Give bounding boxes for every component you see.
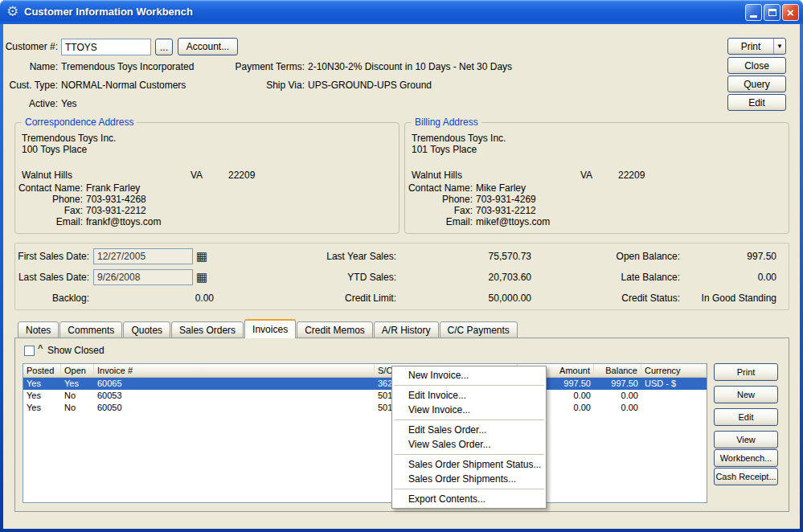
invoices-table: Posted Open Invoice # S/O # Amount Balan… [23,363,707,503]
tab-cc-payments[interactable]: C/C Payments [440,321,518,338]
minimize-icon [750,15,757,18]
invoice-edit-button[interactable]: Edit [714,408,778,426]
last-year-sales-label: Last Year Sales: [281,251,396,262]
last-sales-date-field[interactable] [93,269,193,285]
query-button[interactable]: Query [727,76,786,92]
close-button[interactable]: × [782,4,799,21]
menu-item-edit-sales-order[interactable]: Edit Sales Order... [392,423,546,437]
tab-notes[interactable]: Notes [18,321,59,338]
active-value: Yes [61,98,77,109]
correspondence-address-title: Correspondence Address [22,117,137,128]
credit-status-value: In Good Standing [658,293,776,304]
cell-balance: 0.00 [594,402,641,414]
tab-comments[interactable]: Comments [59,321,122,338]
cell-currency [641,390,707,402]
show-closed-checkbox[interactable] [24,346,35,356]
billing-address-title: Billing Address [412,117,481,128]
invoice-print-button[interactable]: Print [714,363,778,381]
edit-mode-button[interactable]: Edit [727,94,786,111]
customer-browse-button[interactable]: ... [155,39,173,55]
menu-item-shipment-status[interactable]: Sales Order Shipment Status... [392,457,546,472]
menu-item-shipments[interactable]: Sales Order Shipments... [392,472,546,486]
minimize-button[interactable] [745,4,762,21]
bill-postal: 22209 [618,170,645,181]
menu-separator [394,454,544,455]
bill-phone-value: 703-931-4269 [476,194,536,205]
bill-state: VA [580,170,592,181]
customer-number-input[interactable] [61,39,151,55]
tab-quotes[interactable]: Quotes [123,321,170,338]
last-sales-date-calendar-icon[interactable]: ▦ [196,270,207,284]
cell-open: No [61,402,94,414]
corr-phone-label: Phone: [15,194,83,205]
collapse-icon[interactable]: ^ [38,343,43,353]
menu-item-view-sales-order[interactable]: View Sales Order... [392,437,546,452]
corr-postal: 22209 [228,170,255,181]
tab-sales-orders[interactable]: Sales Orders [171,321,244,338]
invoice-new-button[interactable]: New [714,386,778,403]
cell-invoice: 60053 [94,390,375,402]
bill-address-line2: 101 Toys Place [412,144,477,155]
corr-state: VA [191,170,203,181]
ship-via-label: Ship Via: [193,80,305,91]
column-header-posted[interactable]: Posted [23,364,61,377]
print-button[interactable]: Print ▼ [727,38,786,55]
column-header-open[interactable]: Open [61,364,94,377]
correspondence-address-group: Correspondence Address Tremendous Toys I… [14,122,399,234]
ytd-sales-value: 20,703.60 [417,272,531,283]
cell-balance: 0.00 [594,390,641,402]
menu-item-export-contents[interactable]: Export Contents... [392,492,546,506]
account-button[interactable]: Account... [178,38,238,55]
bill-contact-value: Mike Farley [476,182,526,194]
tab-ar-history[interactable]: A/R History [374,321,439,338]
cash-receipt-button[interactable]: Cash Receipt... [714,468,778,485]
credit-limit-label: Credit Limit: [281,293,396,304]
bill-email-label: Email: [405,216,473,227]
maximize-button[interactable] [764,4,780,21]
corr-contact-value: Frank Farley [86,182,140,194]
last-sales-date-label: Last Sales Date: [15,272,89,283]
menu-item-view-invoice[interactable]: View Invoice... [392,403,546,417]
cust-type-value: NORMAL-Normal Customers [61,80,186,91]
table-row[interactable]: Yes No 60050 5017 0.00 0.00 [23,402,707,414]
cell-posted: Yes [23,378,61,390]
app-icon[interactable]: ⚙ [6,3,18,20]
open-balance-value: 997.50 [658,251,776,262]
tab-credit-memos[interactable]: Credit Memos [297,321,373,338]
menu-separator [394,419,544,420]
close-window-button[interactable]: Close [727,57,786,74]
column-header-invoice[interactable]: Invoice # [94,364,375,377]
column-header-currency[interactable]: Currency [641,364,707,377]
bill-fax-label: Fax: [405,205,473,216]
menu-item-new-invoice[interactable]: New Invoice... [392,368,546,383]
corr-phone-value: 703-931-4268 [86,194,146,205]
menu-separator [394,489,544,489]
late-balance-value: 0.00 [658,272,776,283]
window-title: Customer Information Workbench [24,0,193,24]
table-row[interactable]: Yes Yes 60065 3624 997.50 997.50 USD - $ [23,378,707,390]
menu-separator [394,385,544,386]
corr-fax-label: Fax: [15,205,83,216]
bill-phone-label: Phone: [405,194,473,205]
first-sales-date-calendar-icon[interactable]: ▦ [196,249,207,264]
print-dropdown-button[interactable]: ▼ [773,39,785,54]
name-label: Name: [0,61,58,72]
cell-invoice: 60050 [94,402,375,414]
corr-address-line2: 100 Toys Place [22,144,87,155]
first-sales-date-field[interactable] [93,248,193,264]
invoice-view-button[interactable]: View [714,431,778,448]
bill-city: Walnut Hills [412,170,462,181]
payment-terms-value: 2-10N30-2% Discount in 10 Days - Net 30 … [308,61,512,72]
backlog-value: 0.00 [93,293,214,304]
workbench-button[interactable]: Workbench... [714,449,778,467]
cell-open: Yes [61,378,94,390]
menu-item-edit-invoice[interactable]: Edit Invoice... [392,388,546,403]
tab-invoices[interactable]: Invoices [244,319,296,338]
titlebar[interactable]: ⚙ Customer Information Workbench × [0,0,803,24]
cell-balance: 997.50 [594,378,641,390]
table-header: Posted Open Invoice # S/O # Amount Balan… [23,364,707,378]
show-closed-label: Show Closed [47,345,104,356]
table-row[interactable]: Yes No 60053 5017 0.00 0.00 [23,390,707,402]
column-header-balance[interactable]: Balance [594,364,641,377]
cell-posted: Yes [23,402,61,414]
